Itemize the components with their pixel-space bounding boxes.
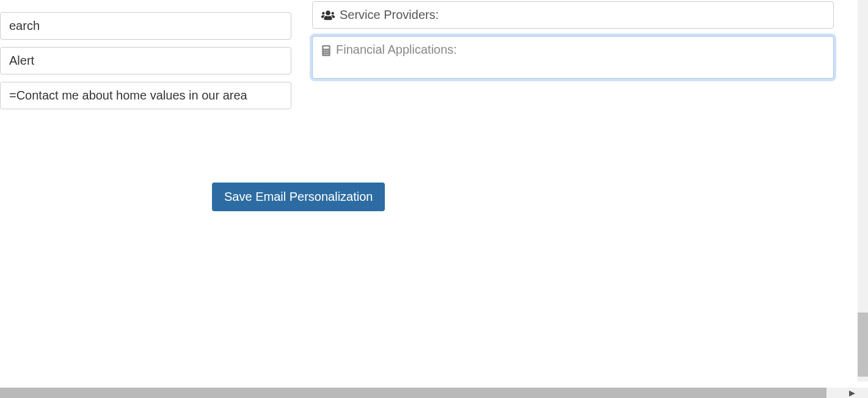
- field-label: Service Providers:: [340, 8, 439, 22]
- horizontal-scrollbar[interactable]: ▶: [0, 388, 868, 398]
- field-text: Alert: [9, 54, 34, 68]
- save-email-personalization-button[interactable]: Save Email Personalization: [212, 183, 385, 211]
- field-service-providers[interactable]: Service Providers:: [312, 1, 834, 29]
- vertical-scrollbar[interactable]: [858, 0, 868, 382]
- field-contact-home-values[interactable]: =Contact me about home values in our are…: [0, 82, 291, 109]
- field-alert[interactable]: Alert: [0, 47, 291, 74]
- calculator-icon: [321, 45, 331, 56]
- field-search[interactable]: earch: [0, 12, 291, 40]
- users-icon: [321, 10, 335, 21]
- scrollbar-thumb[interactable]: [858, 313, 868, 377]
- button-label: Save Email Personalization: [224, 190, 373, 203]
- left-column: earch Alert =Contact me about home value…: [0, 0, 291, 117]
- scrollbar-thumb[interactable]: [0, 388, 826, 398]
- field-financial-applications[interactable]: Financial Applications:: [312, 36, 834, 79]
- field-text: earch: [9, 19, 40, 33]
- right-column: Service Providers: Financial Application…: [312, 0, 834, 86]
- field-text: =Contact me about home values in our are…: [9, 89, 247, 103]
- chevron-right-icon[interactable]: ▶: [848, 389, 856, 396]
- scrollbar-corner: [858, 388, 868, 398]
- field-label: Financial Applications:: [336, 43, 457, 57]
